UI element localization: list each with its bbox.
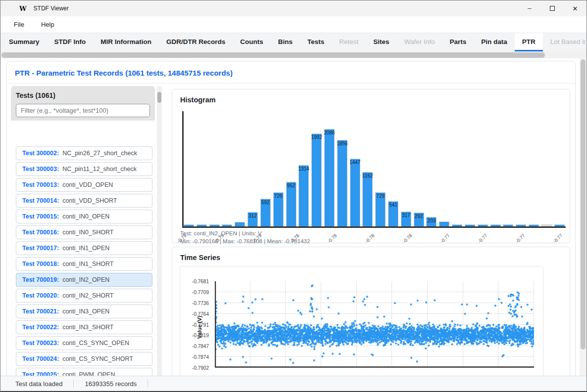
- maximize-icon: [550, 6, 555, 11]
- tab-retest[interactable]: Retest: [332, 33, 366, 51]
- histogram-info: Test: conti_IN2_OPEN | Units: V Min: -0.…: [180, 229, 310, 245]
- test-number: Test 700014:: [22, 197, 59, 204]
- tab-wafer-info[interactable]: Wafer Info: [397, 33, 442, 51]
- status-separator: [147, 380, 148, 388]
- histogram-bars: 3125927269521314199220861856144711627295…: [184, 129, 565, 226]
- list-item[interactable]: Test 700013:conti_VDD_OPEN: [16, 178, 152, 192]
- histogram-bar-value: 1162: [362, 173, 373, 178]
- tab-tests[interactable]: Tests: [300, 33, 332, 51]
- minimize-icon: ─: [528, 5, 532, 11]
- status-message: Test data loaded: [15, 380, 62, 388]
- tab-sites[interactable]: Sites: [366, 33, 396, 51]
- title-divider: [7, 83, 575, 84]
- tab-parts[interactable]: Parts: [442, 33, 474, 51]
- test-name: conti_IN0_OPEN: [62, 213, 109, 220]
- list-item[interactable]: Test 700016:conti_IN0_SHORT: [16, 225, 152, 239]
- test-number: Test 700017:: [22, 245, 59, 252]
- test-name: conti_IN1_OPEN: [62, 245, 109, 252]
- status-bar: Test data loaded 16393355 records: [0, 376, 587, 391]
- histogram-bar-value: 592: [261, 200, 270, 205]
- app-icon: W: [19, 5, 27, 12]
- test-list: Test 300002:NC_pin26_27_short_checkTest …: [16, 146, 152, 377]
- timeseries-y-tick: -0.7709: [192, 290, 209, 295]
- tab-counts[interactable]: Counts: [233, 33, 271, 51]
- histogram-bar: 1992: [311, 133, 322, 226]
- timeseries-y-tick: -0.7847: [192, 344, 209, 349]
- histogram-bar: 1314: [298, 165, 309, 226]
- test-name: conti_VDD_OPEN: [62, 181, 113, 188]
- horizontal-scrollbar-thumb[interactable]: [1, 52, 545, 58]
- test-list-scrollbar-thumb[interactable]: [157, 92, 161, 103]
- histogram-card: Histogram 312592726952131419922086185614…: [172, 89, 570, 243]
- list-item[interactable]: Test 300003:NC_pin11_12_short_check: [16, 162, 152, 176]
- test-number: Test 300002:: [22, 150, 59, 157]
- tab-summary[interactable]: Summary: [1, 33, 47, 51]
- tab-bar: SummarySTDF InfoMIR InformationGDR/DTR R…: [0, 33, 587, 51]
- histogram-bar: 1447: [350, 159, 360, 226]
- test-number: Test 700020:: [22, 292, 59, 299]
- timeseries-y-tick: -0.7791: [192, 322, 209, 328]
- tab-pin-data[interactable]: Pin data: [474, 33, 515, 51]
- histogram-bar-value: 203: [428, 218, 436, 223]
- minimize-button[interactable]: ─: [518, 0, 541, 16]
- histogram-bar-value: 729: [376, 193, 385, 199]
- content-scrollbar-thumb[interactable]: [581, 59, 586, 349]
- list-item[interactable]: Test 700018:conti_IN1_SHORT: [16, 257, 152, 271]
- tests-panel-title: Tests (1061): [16, 91, 150, 99]
- histogram-bar-value: 2086: [324, 130, 335, 135]
- main-content: PTR - Parametric Test Records (1061 test…: [0, 58, 587, 377]
- test-name: NC_pin11_12_short_check: [62, 166, 137, 173]
- page-title: PTR - Parametric Test Records (1061 test…: [7, 61, 575, 83]
- histogram-x-tick: -0.78: [327, 233, 338, 244]
- tab-lot-based-info[interactable]: Lot Based Info: [543, 33, 587, 51]
- histogram-bar-value: 726: [274, 193, 283, 199]
- timeseries-y-tick: -0.7764: [192, 311, 209, 317]
- timeseries-y-tick: -0.7874: [192, 354, 209, 360]
- histogram-bar: 952: [286, 182, 296, 226]
- tab-stdf-info[interactable]: STDF Info: [47, 33, 94, 51]
- test-name: conti_IN3_SHORT: [62, 324, 113, 331]
- filter-input[interactable]: [16, 104, 150, 117]
- test-name: conti_IN1_SHORT: [62, 261, 113, 267]
- close-icon: ✕: [573, 5, 578, 12]
- list-item[interactable]: Test 700015:conti_IN0_OPEN: [16, 210, 152, 223]
- list-item[interactable]: Test 700014:conti_VDD_SHORT: [16, 194, 152, 208]
- timeseries-y-tick: -0.7736: [192, 301, 209, 306]
- list-item[interactable]: Test 700021:conti_IN3_OPEN: [16, 305, 152, 318]
- test-number: Test 700015:: [22, 213, 59, 220]
- list-item[interactable]: Test 700020:conti_IN2_SHORT: [16, 289, 152, 303]
- tests-panel: Tests (1061) Test 300002:NC_pin26_27_sho…: [11, 86, 155, 377]
- close-button[interactable]: ✕: [564, 0, 587, 16]
- histogram-bar: 317: [401, 212, 411, 226]
- tab-ptr[interactable]: PTR: [515, 33, 543, 51]
- menu-file[interactable]: File: [5, 17, 33, 32]
- test-name: conti_CS_SYNC_OPEN: [62, 340, 129, 347]
- tests-panel-header: Tests (1061): [11, 86, 155, 121]
- test-number: Test 300003:: [22, 166, 59, 173]
- list-item[interactable]: Test 700022:conti_IN3_SHORT: [16, 320, 152, 334]
- list-item[interactable]: Test 700019:conti_IN2_OPEN: [16, 273, 152, 287]
- maximize-button[interactable]: [541, 0, 564, 16]
- test-number: Test 700018:: [22, 261, 59, 267]
- test-name: conti_IN3_OPEN: [62, 308, 109, 315]
- list-item[interactable]: Test 700024:conti_CS_SYNC_SHORT: [16, 352, 152, 366]
- menu-help[interactable]: Help: [33, 17, 63, 32]
- timeseries-y-tick: -0.7819: [192, 333, 209, 338]
- histogram-bar-value: 1992: [311, 134, 322, 140]
- list-item[interactable]: Test 300002:NC_pin26_27_short_check: [16, 146, 152, 160]
- list-item[interactable]: Test 700023:conti_CS_SYNC_OPEN: [16, 336, 152, 350]
- test-name: NC_pin26_27_short_check: [62, 150, 137, 157]
- histogram-x-tick: -0.78: [364, 233, 376, 244]
- tab-gdr-dtr-records[interactable]: GDR/DTR Records: [159, 33, 233, 51]
- histogram-bar-value: 317: [402, 213, 410, 218]
- timeseries-scatter-canvas: [215, 281, 534, 368]
- histogram-bar-value: 292: [415, 214, 423, 219]
- histogram-bar: 312: [247, 212, 258, 226]
- tab-mir-information[interactable]: MIR Information: [93, 33, 159, 51]
- menu-bar: File Help: [0, 16, 587, 33]
- histogram-x-tick: -0.77: [440, 233, 451, 244]
- tab-bins[interactable]: Bins: [271, 33, 300, 51]
- horizontal-scrollbar: [0, 51, 587, 58]
- list-item[interactable]: Test 700017:conti_IN1_OPEN: [16, 241, 152, 255]
- timeseries-y-tick: -0.7681: [192, 279, 209, 284]
